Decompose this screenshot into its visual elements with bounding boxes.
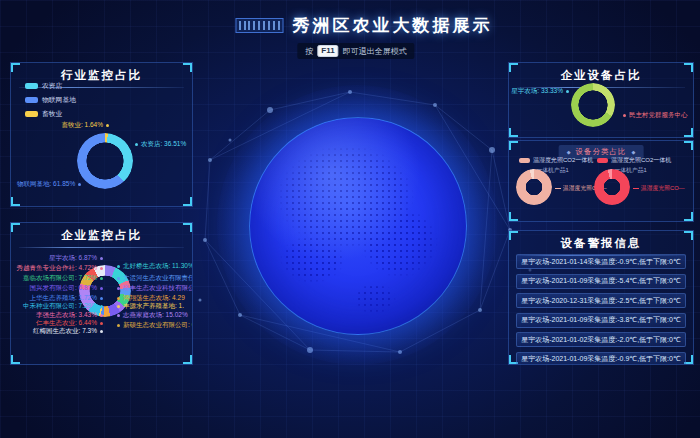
legend-item[interactable]: 畜牧业 [25,109,76,119]
device-class-donut-right[interactable] [594,169,630,205]
alarm-list-item: 星宇农场-2021-01-14采集温度:-0.9℃,低于下限:0℃ [516,254,686,269]
panel-title: 企业监控占比 [11,223,192,243]
legend-swatch [597,158,608,163]
chart-label: 志燕家庭农场: 15.02% [117,311,188,320]
chart-label: 星宇农场: 6.87% [11,254,103,263]
legend-label: 畜牧业 [42,109,62,119]
brand-logo [236,18,284,33]
panel-title: 行业监控占比 [11,63,192,83]
alarm-list-item: 星宇农场-2020-12-31采集温度:-2.5℃,低于下限:0℃ [516,293,686,308]
chart-label: 新硕生态农业有限公司: 6.87 [117,321,193,330]
legend-item[interactable]: 农资店 [25,81,76,91]
legend-label: 物联网基地 [42,95,76,105]
chart-label: 星宇农场: 33.33% [509,87,569,96]
legend-swatch [25,83,38,89]
chart-label: 物联网基地: 61.85% [17,180,81,189]
header: 秀洲区农业大数据展示 [236,14,493,37]
chart-label: 嘉临农场有限公司: 7.72% [11,274,103,283]
alarm-list-item: 星宇农场-2021-01-09采集温度:-3.8℃,低于下限:0℃ [516,313,686,328]
industry-legend: 农资店 物联网基地 畜牧业 [25,81,76,119]
alarm-list-item: 星宇农场-2021-01-02采集温度:-2.0℃,低于下限:0℃ [516,332,686,347]
band-decoration-icon: ◆ [567,150,571,155]
f11-key-badge: F11 [317,45,338,57]
device-class-donut-left[interactable] [516,169,552,205]
dashboard-root: 秀洲区农业大数据展示 按 F11 即可退出全屏模式 行业监控占比 农资店 物联网… [0,0,700,438]
legend-label: 农资店 [42,81,62,91]
chart-label: 国兴发有限公司: 6.87% [11,284,103,293]
panel-industry-monitoring: 行业监控占比 农资店 物联网基地 畜牧业 畜牧业: 1.64% 农资店: 36.… [10,62,193,207]
title-divider [19,247,184,248]
chart-label: 农资店: 36.51% [135,140,186,149]
chart-label: 中禾种业有限公司: 7.29% [11,302,103,311]
page-title: 秀洲区农业大数据展示 [293,14,493,37]
industry-donut-chart[interactable] [77,133,133,189]
legend-item[interactable]: 温湿度光照CO2一体机 [597,156,671,165]
panel-device-ratio: 企业设备占比 星宇农场: 33.33% 民主村党群服务中心 [508,62,694,138]
panel-title: 设备警报信息 [509,231,693,251]
globe-sheen [250,118,466,334]
panel-title: 企业设备占比 [509,63,693,83]
globe-visualization [249,117,467,335]
band-decoration-icon: ◆ [632,150,636,155]
legend-item[interactable]: 温湿度光照CO2一体机 [519,156,593,165]
legend-swatch [25,111,38,117]
chart-label: 红梅园生态农业: 7.3% [11,327,103,336]
legend-label: 温湿度光照CO2一体机 [533,156,593,165]
legend-label: 温湿度光照CO2一体机 [611,156,671,165]
chart-label: 丰源水产养殖基地: 1. [117,302,184,311]
panel-enterprise-monitoring: 企业监控占比 星宇农场: 6.87% 秀越青鱼专业合作社: 4.72% 嘉临农场… [10,222,193,365]
hint-prefix: 按 [305,46,313,57]
legend-swatch [25,97,38,103]
alarm-list-item: 星宇农场-2021-01-09采集温度:-5.4℃,低于下限:0℃ [516,274,686,289]
alarm-list-item: 星宇农场-2021-01-09采集温度:-0.9℃,低于下限:0℃ [516,352,686,366]
chart-label: 民主村党群服务中心 [623,111,688,120]
fullscreen-hint: 按 F11 即可退出全屏模式 [297,43,414,59]
panel-device-alarms: 设备警报信息 星宇农场-2021-01-14采集温度:-0.9℃,低于下限:0℃… [508,230,694,365]
legend-item[interactable]: 物联网基地 [25,95,76,105]
hint-suffix: 即可退出全屏模式 [343,46,407,57]
alarm-list: 星宇农场-2021-01-14采集温度:-0.9℃,低于下限:0℃ 星宇农场-2… [516,254,686,365]
legend-swatch [519,158,530,163]
chart-label: 隆丰生态农业科技有限公 [117,284,193,293]
chart-label: 北好桥生态农场: 11.30% [117,262,193,271]
chart-label: 畜牧业: 1.64% [11,121,109,130]
chart-label: 秀越青鱼专业合作社: 4.72% [11,264,103,273]
device-ratio-donut-chart[interactable] [571,83,615,127]
chart-label: 大运河生态农业有限责任公 [117,274,193,283]
panel-device-classification: ◆ 设备分类占比 ◆ 温湿度光照CO2一体机 一体机产品1 温湿度光照CO— 温… [508,140,694,222]
chart-label: 温湿度光照CO— [633,184,684,193]
